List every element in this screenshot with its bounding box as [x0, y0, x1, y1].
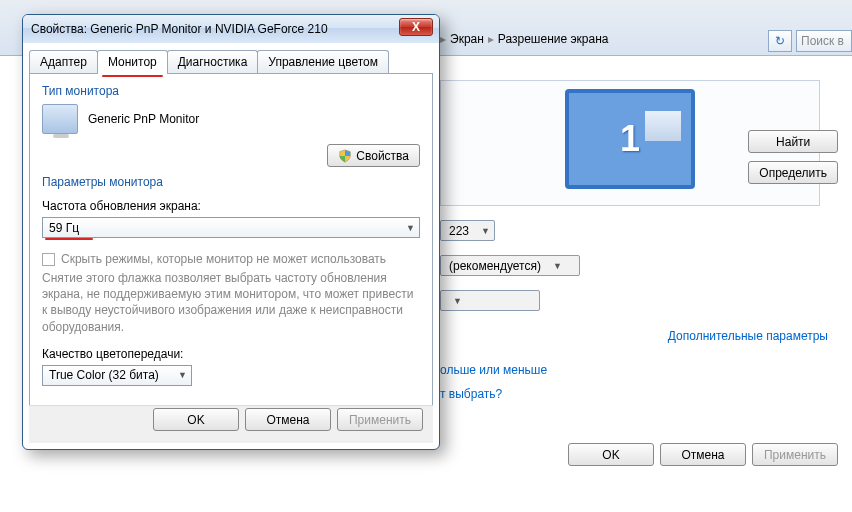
ok-button[interactable]: OK	[568, 443, 654, 466]
search-placeholder: Поиск в	[801, 34, 844, 48]
bg-dialog-buttons: OK Отмена Применить	[568, 443, 838, 466]
cancel-button[interactable]: Отмена	[245, 408, 331, 431]
color-quality-dropdown[interactable]: True Color (32 бита) ▼	[42, 365, 192, 386]
tab-page-monitor: Тип монитора Generic PnP Monitor Свойств…	[29, 73, 433, 431]
hide-modes-hint: Снятие этого флажка позволяет выбрать ча…	[42, 270, 420, 335]
display-preview[interactable]: 1	[565, 89, 695, 189]
tab-diagnostics[interactable]: Диагностика	[167, 50, 259, 74]
bg-content: 1 223 ▼ (рекомендуется) ▼ ▼ Дополнительн…	[440, 80, 840, 401]
highlight-underline	[102, 75, 163, 77]
search-input[interactable]: Поиск в	[796, 30, 852, 52]
refresh-icon: ↻	[775, 34, 785, 48]
chevron-down-icon: ▼	[481, 226, 490, 236]
advanced-settings-link[interactable]: Дополнительные параметры	[668, 329, 828, 343]
hide-modes-checkbox-row: Скрыть режимы, которые монитор не может …	[42, 252, 420, 266]
group-monitor-params: Параметры монитора	[42, 175, 420, 189]
ok-button[interactable]: OK	[153, 408, 239, 431]
monitor-icon	[42, 104, 78, 134]
hide-modes-label: Скрыть режимы, которые монитор не может …	[61, 252, 386, 266]
cancel-button[interactable]: Отмена	[660, 443, 746, 466]
tab-color-management[interactable]: Управление цветом	[257, 50, 389, 74]
display-panel-icon	[645, 111, 681, 141]
monitor-name: Generic PnP Monitor	[88, 112, 199, 126]
breadcrumb[interactable]: ▸ Экран ▸ Разрешение экрана ▾	[440, 32, 609, 46]
tabstrip: Адаптер Монитор Диагностика Управление ц…	[29, 49, 439, 73]
refresh-button[interactable]: ↻	[768, 30, 792, 52]
close-button[interactable]: X	[399, 18, 433, 36]
close-icon: X	[412, 20, 420, 34]
dropdown-value: True Color (32 бита)	[49, 368, 159, 382]
orientation-dropdown[interactable]: ▼	[440, 290, 540, 311]
chevron-right-icon: ▸	[440, 32, 446, 46]
chevron-down-icon: ▼	[178, 370, 187, 380]
detect-button[interactable]: Определить	[748, 161, 838, 184]
dropdown-value: 59 Гц	[49, 221, 79, 235]
refresh-rate-dropdown[interactable]: 59 Гц ▼	[42, 217, 420, 238]
side-buttons: Найти Определить	[748, 130, 838, 184]
recommended-dropdown[interactable]: (рекомендуется) ▼	[440, 255, 580, 276]
chevron-down-icon: ▼	[453, 296, 462, 306]
highlight-underline	[45, 238, 93, 240]
dialog-title: Свойства: Generic PnP Monitor и NVIDIA G…	[31, 22, 328, 36]
chevron-right-icon: ▸	[488, 32, 494, 46]
find-button[interactable]: Найти	[748, 130, 838, 153]
resolution-dropdown[interactable]: 223 ▼	[440, 220, 495, 241]
breadcrumb-item[interactable]: Разрешение экрана	[498, 32, 609, 46]
properties-button[interactable]: Свойства	[327, 144, 420, 167]
more-less-link[interactable]: ольше или меньше	[440, 363, 547, 377]
tab-adapter[interactable]: Адаптер	[29, 50, 98, 74]
monitor-properties-dialog: Свойства: Generic PnP Monitor и NVIDIA G…	[22, 14, 440, 450]
breadcrumb-item[interactable]: Экран	[450, 32, 484, 46]
chevron-down-icon: ▼	[406, 223, 415, 233]
hide-modes-checkbox[interactable]	[42, 253, 55, 266]
dialog-button-bar: OK Отмена Применить	[29, 405, 433, 443]
dropdown-value: (рекомендуется)	[449, 259, 541, 273]
apply-button: Применить	[337, 408, 423, 431]
display-number: 1	[620, 118, 640, 160]
which-link[interactable]: т выбрать?	[440, 387, 502, 401]
chevron-down-icon: ▼	[553, 261, 562, 271]
refresh-rate-label: Частота обновления экрана:	[42, 199, 420, 213]
color-quality-label: Качество цветопередачи:	[42, 347, 420, 361]
shield-icon	[338, 149, 352, 163]
group-monitor-type: Тип монитора	[42, 84, 420, 98]
dropdown-value: 223	[449, 224, 469, 238]
tab-monitor[interactable]: Монитор	[97, 50, 168, 74]
apply-button: Применить	[752, 443, 838, 466]
dialog-titlebar[interactable]: Свойства: Generic PnP Monitor и NVIDIA G…	[23, 15, 439, 43]
